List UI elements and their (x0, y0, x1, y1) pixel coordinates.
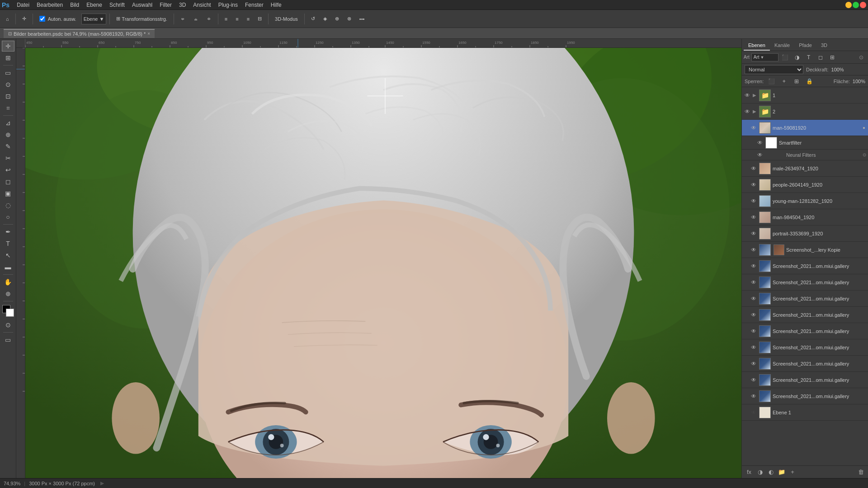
pixel-filter-btn[interactable]: ⬛ (780, 53, 790, 62)
align-center-button[interactable]: ⫨ (190, 13, 202, 25)
menu-fenster[interactable]: Fenster (241, 1, 267, 9)
tab-pfade[interactable]: Pfade (794, 41, 816, 51)
align-right-button[interactable]: ⫩ (203, 13, 215, 25)
menu-3d[interactable]: 3D (175, 1, 189, 9)
layer-item-sc2[interactable]: 👁 Screenshot_2021...om.miui.gallery (742, 274, 868, 291)
adj-filter-btn[interactable]: ◑ (792, 53, 802, 62)
layer-item-portrait[interactable]: 👁 portrait-3353699_1920 (742, 225, 868, 242)
layer-vis-sc2[interactable]: 👁 (750, 279, 757, 286)
menu-plugins[interactable]: Plug-ins (215, 1, 241, 9)
eraser-tool[interactable]: ◻ (2, 176, 14, 187)
layer-item-group2[interactable]: 👁 ▶ 📁 2 (742, 103, 868, 120)
layer-item-sc5[interactable]: 👁 Screenshot_2021...om.miui.gallery (742, 323, 868, 339)
foreground-color-swatch[interactable] (2, 305, 14, 317)
minimize-button[interactable] (845, 2, 852, 8)
dodge-tool[interactable]: ○ (2, 211, 14, 222)
move-tool-button[interactable]: ✛ (19, 13, 29, 25)
layer-item-people1[interactable]: 👁 people-2604149_1920 (742, 177, 868, 193)
blend-mode-select[interactable]: Normal (745, 65, 803, 74)
auto-select-button[interactable]: Auton. ausw. (36, 13, 80, 25)
layer-item-man-main[interactable]: 👁 man-59081920 ● (742, 120, 868, 136)
layer-item-youngman[interactable]: 👁 young-man-1281282_1920 (742, 193, 868, 209)
path-select-tool[interactable]: ↖ (2, 250, 14, 261)
transform-button[interactable]: ⊞ Transformationsstrg. (113, 13, 170, 25)
auto-select-checkbox[interactable] (39, 16, 45, 22)
smart-object-button[interactable]: ◈ (320, 13, 330, 25)
spot-heal-tool[interactable]: ⊕ (2, 129, 14, 140)
distribute-center-button[interactable]: ≡ (232, 13, 241, 25)
layer-vis-youngman[interactable]: 👁 (750, 197, 757, 205)
lock-artboard-btn[interactable]: ⊞ (792, 77, 802, 86)
layer-item-group1[interactable]: 👁 ▶ 📁 1 (742, 87, 868, 103)
zoom-tool[interactable]: ⊕ (2, 288, 14, 299)
marquee-tool[interactable]: ▭ (2, 67, 14, 78)
layer-item-ebene1[interactable]: 👁 Ebene 1 (742, 404, 868, 421)
add-layer-button[interactable]: + (788, 468, 797, 477)
3d-mode-button[interactable]: 3D-Modus (272, 13, 301, 25)
layer-item-sc9[interactable]: 👁 Screenshot_2021...om.miui.gallery (742, 388, 868, 404)
layer-item-sc8[interactable]: 👁 Screenshot_2021...om.miui.gallery (742, 372, 868, 388)
type-tool[interactable]: T (2, 238, 14, 249)
layer-item-smartfilter[interactable]: 👁 Smartfilter (742, 136, 868, 150)
expand-group2[interactable]: ▶ (753, 109, 756, 114)
layer-vis-sc3[interactable]: 👁 (750, 295, 757, 302)
lock-pixel-btn[interactable]: ⬛ (766, 77, 776, 86)
brush-tool[interactable]: ✎ (2, 141, 14, 152)
menu-bild[interactable]: Bild (66, 1, 83, 9)
puppet-warp-button[interactable]: ⊗ (344, 13, 354, 25)
layer-fx-button[interactable]: fx (745, 468, 754, 477)
layer-vis-sc4[interactable]: 👁 (750, 311, 757, 319)
layer-vis-sc6[interactable]: 👁 (750, 344, 757, 351)
pen-tool[interactable]: ✒ (2, 226, 14, 237)
menu-hilfe[interactable]: Hilfe (267, 1, 285, 9)
add-group-button[interactable]: 📁 (777, 468, 786, 477)
layer-vis-sc1[interactable]: 👁 (750, 263, 757, 270)
distribute-top-button[interactable]: ≡ (222, 13, 231, 25)
menu-ebene[interactable]: Ebene (83, 1, 106, 9)
add-adjustment-button[interactable]: ◐ (766, 468, 775, 477)
type-filter-btn[interactable]: T (804, 53, 814, 62)
rotate-button[interactable]: ↺ (308, 13, 318, 25)
layer-vis-sc8[interactable]: 👁 (750, 376, 757, 384)
layer-item-neural[interactable]: 👁 Neural Filters ⊙ (742, 150, 868, 160)
move-tool[interactable]: ✛ (2, 41, 14, 52)
layer-item-sc3[interactable]: 👁 Screenshot_2021...om.miui.gallery (742, 291, 868, 307)
layers-list[interactable]: 👁 ▶ 📁 1 👁 ▶ 📁 2 (742, 87, 868, 465)
change-screen-mode-button[interactable]: ▭ (2, 334, 14, 345)
object-select-tool[interactable]: ⊡ (2, 91, 14, 102)
layer-item-sc1[interactable]: 👁 Screenshot_2021...om.miui.gallery (742, 258, 868, 274)
layer-vis-portrait[interactable]: 👁 (750, 230, 757, 237)
menu-filter[interactable]: Filter (156, 1, 175, 9)
close-document-tab[interactable]: × (147, 31, 150, 36)
filter-toggle-btn[interactable]: ⊙ (856, 53, 866, 62)
lock-position-btn[interactable]: + (779, 77, 789, 86)
layer-vis-neural[interactable]: 👁 (756, 151, 764, 159)
clone-stamp-tool[interactable]: ✂ (2, 153, 14, 164)
add-mask-button[interactable]: ◑ (755, 468, 764, 477)
gradient-tool[interactable]: ▣ (2, 188, 14, 199)
distribute-vert-button[interactable]: ⊟ (255, 13, 265, 25)
layer-vis-people1[interactable]: 👁 (750, 181, 757, 188)
layer-vis-male1[interactable]: 👁 (750, 165, 757, 172)
lasso-tool[interactable]: ⊙ (2, 79, 14, 90)
layer-vis-sc5[interactable]: 👁 (750, 328, 757, 335)
layer-vis-sc9[interactable]: 👁 (750, 393, 757, 400)
artboard-tool[interactable]: ⊞ (2, 52, 14, 63)
document-tab[interactable]: ⊡ Bilder bearbeiten.psdc bei 74,9% (man-… (4, 29, 155, 38)
distribute-bottom-button[interactable]: ≡ (244, 13, 253, 25)
layer-item-man984[interactable]: 👁 man-984504_1920 (742, 209, 868, 225)
close-button[interactable] (860, 2, 866, 8)
layer-vis-screenshot-kopie[interactable]: 👁 (750, 246, 757, 253)
layer-item-sc7[interactable]: 👁 Screenshot_2021...om.miui.gallery (742, 356, 868, 372)
menu-auswahl[interactable]: Auswahl (128, 1, 156, 9)
blur-tool[interactable]: ◌ (2, 200, 14, 211)
layer-vis-smartfilter[interactable]: 👁 (756, 139, 764, 146)
eyedropper-tool[interactable]: ⊿ (2, 117, 14, 128)
layer-vis-sc7[interactable]: 👁 (750, 360, 757, 367)
smart-filter-btn[interactable]: ⊞ (827, 53, 837, 62)
ebene-dropdown[interactable]: Ebene ▼ (81, 14, 107, 24)
shape-filter-btn[interactable]: ◻ (816, 53, 826, 62)
tab-ebenen[interactable]: Ebenen (744, 41, 770, 51)
history-brush-tool[interactable]: ↩ (2, 164, 14, 175)
layer-vis-group2[interactable]: 👁 (744, 108, 751, 115)
